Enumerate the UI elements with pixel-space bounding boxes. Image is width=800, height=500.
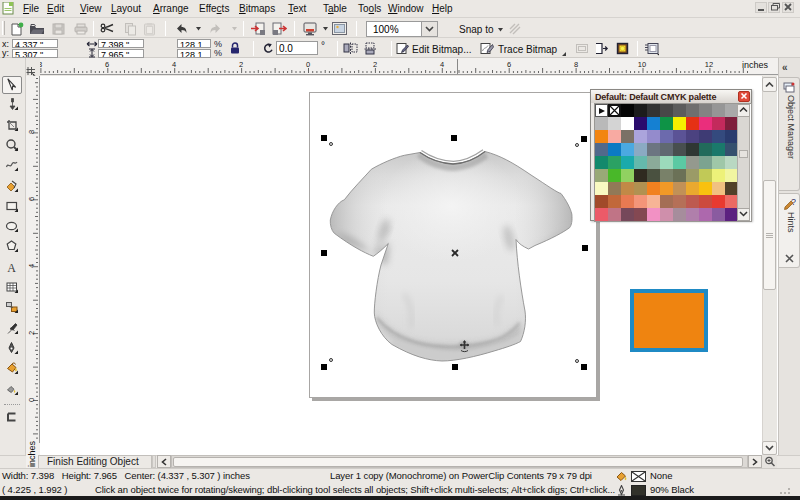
svg-text:0: 0 <box>27 398 36 402</box>
svg-text:2: 2 <box>373 60 377 69</box>
svg-text:8: 8 <box>574 60 578 69</box>
svg-text:4: 4 <box>440 60 444 69</box>
svg-text:6: 6 <box>27 197 36 201</box>
svg-text:8: 8 <box>27 130 36 134</box>
svg-text:2: 2 <box>27 331 36 335</box>
svg-text:10: 10 <box>638 60 646 69</box>
svg-text:8: 8 <box>40 60 42 69</box>
svg-text:2: 2 <box>239 60 243 69</box>
svg-text:4: 4 <box>172 60 176 69</box>
svg-text:A: A <box>7 260 16 274</box>
svg-text:4: 4 <box>27 264 36 268</box>
svg-text:6: 6 <box>105 60 109 69</box>
svg-text:inches: inches <box>742 60 769 70</box>
svg-text:0: 0 <box>306 60 310 69</box>
svg-text:6: 6 <box>507 60 511 69</box>
svg-text:?: ? <box>791 197 796 207</box>
svg-text:12: 12 <box>705 60 713 69</box>
svg-text:inches: inches <box>27 441 37 467</box>
